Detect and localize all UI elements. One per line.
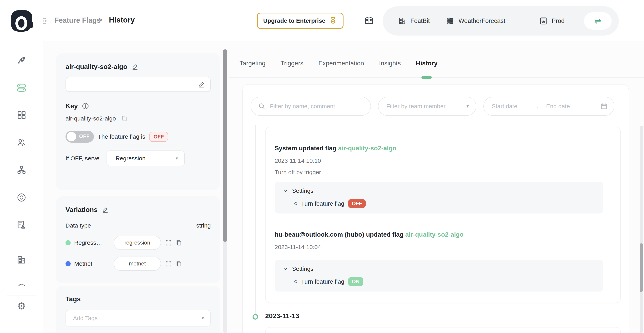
member-placeholder: Filter by team member (386, 103, 446, 110)
edit-description-icon[interactable] (198, 81, 206, 88)
key-value: air-quality-so2-algo (66, 115, 116, 122)
info-icon[interactable] (82, 102, 89, 110)
chevron-down-icon (282, 188, 288, 194)
sidebar: ⚙ (0, 0, 44, 333)
project-stack-icon (446, 17, 454, 25)
history-entry: System updated flag air-quality-so2-algo… (275, 145, 611, 213)
variations-title: Variations (66, 206, 98, 213)
org-name: FeatBit (410, 17, 430, 25)
copy-key-icon[interactable] (120, 115, 128, 122)
history-entries-card: System updated flag air-quality-so2-algo… (265, 127, 621, 303)
breadcrumb-section[interactable]: Feature Flags (54, 16, 100, 25)
bullet-icon (294, 202, 297, 205)
entry-actor: System updated flag (275, 145, 336, 152)
organization-building-icon[interactable] (16, 255, 27, 265)
switch-environment-button[interactable]: ⇌ (584, 12, 612, 30)
audit-log-icon[interactable] (16, 220, 27, 230)
edit-name-icon[interactable] (132, 63, 139, 71)
settings-gear-icon[interactable]: ⚙ (16, 301, 27, 311)
entry-flag-link[interactable]: air-quality-so2-algo (338, 145, 396, 152)
chevron-down-icon: ▼ (175, 156, 179, 161)
upgrade-to-enterprise-button[interactable]: Upgrade to Enterprise (257, 13, 344, 29)
entry-flag-link[interactable]: air-quality-so2-algo (405, 231, 464, 238)
chevron-down-icon: ▼ (201, 316, 205, 320)
feature-flag-toggle[interactable]: OFF (66, 131, 94, 143)
team-member-filter-select[interactable]: Filter by team member ▼ (378, 97, 476, 116)
tab-targeting[interactable]: Targeting (240, 53, 266, 77)
environment-selector[interactable]: Prod (539, 17, 583, 25)
team-users-icon[interactable] (16, 137, 27, 148)
variation-name: Metnet (74, 260, 114, 267)
expand-icon[interactable] (165, 239, 172, 246)
flag-name: air-quality-so2-algo (66, 63, 128, 71)
breadcrumb-page-title: History (109, 16, 135, 24)
variation-value-input[interactable]: regression (114, 236, 161, 250)
app-root: ⚙ Feature Flags > History Upgrade to Ent… (0, 0, 644, 333)
copy-icon[interactable] (175, 260, 182, 267)
date-range-picker[interactable]: Start date → End date (484, 97, 614, 116)
scrollbar-thumb[interactable] (223, 49, 227, 242)
dashboard-grid-icon[interactable] (16, 110, 27, 120)
expand-icon[interactable] (165, 260, 172, 267)
flag-status-sentence: The feature flag is (98, 133, 145, 140)
flag-tabs: Targeting Triggers Experimentation Insig… (229, 53, 644, 78)
documentation-book-icon[interactable] (364, 16, 374, 26)
history-panel: Filter by name, comment Filter by team m… (242, 84, 629, 333)
entry-actor: hu-beau@outlook.com (hubo) updated flag (275, 231, 404, 238)
variation-color-dot (66, 261, 71, 266)
tags-card: Tags Add Tags ▼ (56, 286, 220, 333)
change-value-badge: ON (348, 277, 363, 286)
featbit-logo[interactable] (11, 10, 32, 32)
if-off-serve-select[interactable]: Regression ▼ (106, 151, 185, 166)
feature-flags-icon[interactable] (16, 83, 27, 93)
chevron-down-icon (282, 266, 288, 271)
add-tags-select[interactable]: Add Tags ▼ (66, 310, 211, 326)
scrollbar-thumb[interactable] (640, 243, 643, 292)
tags-title: Tags (66, 295, 81, 303)
swap-arrows-icon: ⇌ (595, 17, 601, 25)
tab-triggers[interactable]: Triggers (280, 53, 304, 77)
timeline-line (255, 125, 256, 314)
topbar: Feature Flags > History Upgrade to Enter… (44, 0, 644, 41)
org-selector[interactable]: FeatBit (398, 17, 446, 25)
insights-arc-icon[interactable] (16, 280, 27, 286)
tab-insights[interactable]: Insights (379, 53, 401, 77)
change-label: Turn feature flag (301, 278, 344, 285)
project-name: WeatherForecast (458, 17, 505, 25)
timeline-date-dot (252, 314, 258, 319)
variation-name: Regress… (74, 239, 114, 246)
variation-row: Regress… regression (66, 236, 211, 250)
settings-collapse-header[interactable]: Settings (282, 187, 596, 194)
variation-row: Metnet metnet (66, 256, 211, 271)
entry-timestamp: 2023-11-14 10:04 (275, 244, 611, 250)
page-scrollbar[interactable] (640, 126, 643, 333)
environment-code-icon (539, 17, 548, 25)
sitemap-icon[interactable] (16, 165, 27, 175)
edit-variations-icon[interactable] (102, 206, 109, 213)
flag-status-badge: OFF (149, 132, 168, 142)
project-selector[interactable]: WeatherForecast (446, 17, 539, 25)
search-placeholder: Filter by name, comment (270, 103, 335, 110)
upgrade-label: Upgrade to Enterprise (263, 17, 325, 24)
sidebar-divider (7, 295, 36, 295)
next-entries-card-partial (265, 327, 621, 333)
history-search-input[interactable]: Filter by name, comment (250, 97, 371, 116)
history-filters: Filter by name, comment Filter by team m… (250, 97, 614, 116)
sync-icon[interactable] (16, 192, 27, 203)
flag-description-input[interactable] (66, 77, 211, 92)
entry-settings-panel: Settings Turn feature flag OFF (275, 182, 603, 213)
flag-summary-card: air-quality-so2-algo Key air-quality-so2… (56, 53, 220, 190)
range-arrow-icon: → (534, 103, 539, 109)
rocket-icon[interactable] (16, 55, 27, 66)
copy-icon[interactable] (175, 239, 182, 246)
variation-value-input[interactable]: metnet (114, 256, 161, 271)
key-label: Key (66, 102, 78, 110)
workspace-switcher: FeatBit WeatherForecast Prod ⇌ (383, 6, 619, 36)
tab-history[interactable]: History (416, 53, 438, 77)
tab-experimentation[interactable]: Experimentation (318, 53, 364, 77)
breadcrumb-separator: > (99, 16, 102, 24)
settings-collapse-header[interactable]: Settings (282, 265, 596, 272)
panel-scrollbar[interactable] (223, 49, 227, 333)
bullet-icon (294, 280, 297, 283)
main-content: air-quality-so2-algo Key air-quality-so2… (44, 41, 644, 333)
